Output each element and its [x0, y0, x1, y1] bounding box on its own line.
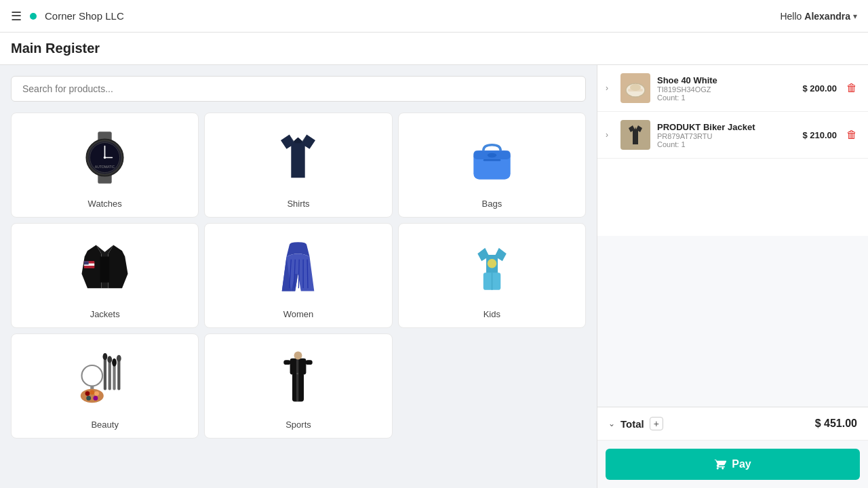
svg-point-44 [85, 391, 90, 396]
cart-item-sku-2: PR879AT73RTU [657, 132, 789, 140]
cart-item-delete-1[interactable]: 🗑 [844, 79, 860, 97]
svg-point-47 [86, 396, 91, 401]
cart-item-count-1: Count: 1 [657, 94, 789, 102]
svg-point-38 [107, 356, 112, 363]
category-grid: AUTOMATIC Watches Shirts [11, 113, 586, 439]
cart-item-name-2: PRODUKT Biker Jacket [657, 122, 789, 132]
cart-item-price-1: $ 200.00 [796, 83, 837, 94]
cart-item-price-2: $ 210.00 [796, 130, 837, 140]
svg-rect-52 [306, 360, 313, 365]
brand-name: Corner Shop LLC [45, 10, 124, 22]
cart-item-count-2: Count: 1 [657, 140, 789, 148]
svg-rect-22 [84, 266, 94, 268]
svg-point-48 [94, 396, 98, 401]
cart-icon [714, 458, 726, 470]
category-image-shirts [210, 121, 386, 193]
user-name: Alexandra [804, 11, 850, 22]
cart-item-info-1: Shoe 40 White TI819SH34OGZ Count: 1 [657, 75, 789, 102]
page-title: Main Register [11, 41, 857, 56]
cart-item-info-2: PRODUKT Biker Jacket PR879AT73RTU Count:… [657, 122, 789, 148]
cart-footer: ⌄ Total + $ 451.00 Pay [597, 407, 868, 488]
svg-point-42 [117, 354, 121, 361]
svg-point-59 [630, 84, 641, 91]
cart-item-thumb-2 [620, 120, 650, 150]
main-layout: AUTOMATIC Watches Shirts [0, 65, 868, 488]
category-image-bags [404, 121, 580, 193]
pay-label: Pay [732, 458, 751, 470]
category-label-shirts: Shirts [287, 199, 309, 209]
brand-dot [30, 13, 37, 20]
total-amount: $ 451.00 [815, 418, 857, 430]
category-image-kids [404, 232, 580, 304]
header: ☰ Corner Shop LLC Hello Alexandra ▾ [0, 0, 868, 33]
svg-rect-41 [117, 360, 120, 390]
total-plus-button[interactable]: + [650, 417, 663, 430]
cart-item-name-1: Shoe 40 White [657, 75, 789, 85]
category-image-jackets [17, 232, 193, 304]
category-card-jackets[interactable]: Jackets [11, 223, 199, 328]
category-label-kids: Kids [484, 309, 500, 319]
category-card-watches[interactable]: AUTOMATIC Watches [11, 113, 199, 218]
greeting-text: Hello [780, 11, 802, 22]
svg-point-36 [103, 353, 108, 360]
category-label-bags: Bags [482, 199, 502, 209]
cart-item-thumb-1 [620, 73, 650, 103]
category-label-beauty: Beauty [91, 420, 118, 430]
category-label-jackets: Jackets [90, 309, 120, 319]
category-image-women [210, 232, 386, 304]
page-title-bar: Main Register [0, 33, 868, 65]
pay-button[interactable]: Pay [606, 449, 860, 480]
right-panel: › Shoe 40 White TI819SH34OGZ Count: 1 $ … [597, 65, 868, 488]
svg-point-55 [294, 351, 302, 359]
svg-point-33 [82, 365, 103, 386]
category-card-women[interactable]: Women [204, 223, 392, 328]
svg-marker-16 [108, 245, 128, 288]
cart-item-delete-2[interactable]: 🗑 [844, 126, 860, 144]
svg-rect-23 [84, 261, 89, 264]
category-card-sports[interactable]: Sports [204, 333, 392, 439]
svg-point-14 [488, 152, 497, 157]
svg-text:AUTOMATIC: AUTOMATIC [95, 164, 115, 168]
total-left: ⌄ Total + [608, 417, 663, 430]
category-image-sports [210, 342, 386, 414]
user-greeting[interactable]: Hello Alexandra ▾ [780, 11, 857, 22]
category-image-watches: AUTOMATIC [17, 121, 193, 193]
svg-rect-37 [108, 361, 111, 390]
category-card-beauty[interactable]: Beauty [11, 333, 199, 439]
svg-point-40 [112, 358, 117, 366]
total-row: ⌄ Total + $ 451.00 [597, 407, 868, 441]
svg-rect-54 [296, 358, 298, 374]
category-card-bags[interactable]: Bags [398, 113, 586, 218]
search-input[interactable] [11, 76, 586, 102]
cart-item: › PRODUKT Biker Jacket PR879AT73RTU Coun… [597, 112, 868, 159]
category-label-women: Women [283, 309, 314, 319]
menu-icon[interactable]: ☰ [11, 9, 22, 24]
cart-item-sku-1: TI819SH34OGZ [657, 85, 789, 94]
category-card-kids[interactable]: Kids [398, 223, 586, 328]
left-panel: AUTOMATIC Watches Shirts [0, 65, 597, 488]
category-label-watches: Watches [88, 199, 122, 209]
total-chevron[interactable]: ⌄ [608, 419, 615, 428]
cart-empty-space [597, 236, 868, 407]
svg-rect-39 [113, 364, 116, 390]
svg-rect-35 [104, 358, 106, 390]
category-image-beauty [17, 342, 193, 414]
svg-rect-13 [484, 159, 501, 161]
cart-item-chevron-2[interactable]: › [606, 130, 614, 140]
svg-line-26 [299, 259, 300, 288]
category-label-sports: Sports [285, 420, 311, 430]
category-card-shirts[interactable]: Shirts [204, 113, 392, 218]
total-label: Total [620, 418, 644, 430]
svg-rect-51 [284, 360, 291, 365]
cart-items: › Shoe 40 White TI819SH34OGZ Count: 1 $ … [597, 65, 868, 236]
header-left: ☰ Corner Shop LLC [11, 9, 124, 24]
svg-point-32 [488, 258, 497, 268]
cart-item-chevron[interactable]: › [606, 83, 614, 93]
svg-point-46 [94, 391, 99, 396]
svg-point-45 [90, 390, 95, 394]
svg-line-28 [308, 259, 309, 288]
cart-item: › Shoe 40 White TI819SH34OGZ Count: 1 $ … [597, 65, 868, 112]
user-menu-chevron: ▾ [853, 12, 857, 21]
svg-marker-60 [629, 125, 642, 144]
svg-rect-18 [100, 256, 110, 282]
